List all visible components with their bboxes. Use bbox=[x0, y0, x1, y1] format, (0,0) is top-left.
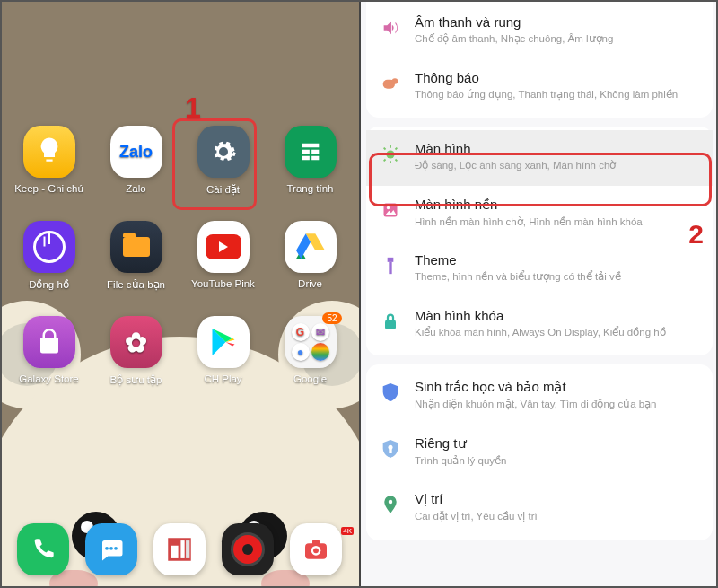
app-label: Zalo bbox=[126, 183, 145, 194]
highlight-box-settings-app bbox=[172, 118, 257, 210]
notification-badge: 52 bbox=[322, 312, 341, 324]
app-google-folder[interactable]: 52 G✉● Google bbox=[272, 316, 349, 386]
flower-icon: ✿ bbox=[110, 316, 162, 368]
app-gallery[interactable]: ✿ Bộ sưu tập bbox=[98, 316, 175, 386]
bag-icon bbox=[23, 316, 75, 368]
app-galaxy-store[interactable]: Galaxy Store bbox=[11, 316, 88, 386]
zalo-icon: Zalo bbox=[110, 126, 162, 178]
app-keep[interactable]: Keep - Ghi chú bbox=[11, 126, 88, 196]
dock: 4K bbox=[0, 523, 359, 575]
app-label: File của bạn bbox=[107, 278, 165, 291]
app-clock[interactable]: Đồng hồ bbox=[11, 221, 88, 291]
dock-camera[interactable] bbox=[290, 523, 342, 575]
app-label: Bộ sưu tập bbox=[110, 373, 162, 386]
app-label: Keep - Ghi chú bbox=[14, 183, 83, 194]
app-youtube[interactable]: YouTube Pink bbox=[185, 221, 262, 291]
app-files[interactable]: File của bạn bbox=[98, 221, 175, 291]
app-label: Drive bbox=[298, 278, 322, 289]
app-play-store[interactable]: CH Play bbox=[185, 316, 262, 386]
step-marker-2: 2 bbox=[688, 219, 704, 250]
svg-rect-6 bbox=[186, 540, 189, 558]
keep-icon bbox=[23, 126, 75, 178]
svg-rect-4 bbox=[171, 546, 179, 558]
highlight-box-display-row bbox=[369, 153, 712, 206]
app-label: YouTube Pink bbox=[191, 278, 255, 289]
svg-rect-10 bbox=[312, 540, 320, 544]
drive-icon bbox=[285, 221, 337, 273]
svg-point-2 bbox=[114, 547, 118, 550]
app-label: Galaxy Store bbox=[19, 373, 78, 384]
folder-icon bbox=[110, 221, 162, 273]
dock-phone[interactable] bbox=[17, 523, 69, 575]
svg-point-1 bbox=[109, 547, 113, 550]
dock-messages[interactable] bbox=[85, 523, 137, 575]
step-marker-1: 1 bbox=[185, 92, 201, 125]
app-label: CH Play bbox=[204, 373, 241, 384]
dock-recorder[interactable]: 4K bbox=[222, 523, 274, 575]
svg-rect-5 bbox=[180, 540, 184, 558]
sheets-icon bbox=[285, 126, 337, 178]
clock-icon bbox=[23, 221, 75, 273]
app-zalo[interactable]: Zalo Zalo bbox=[98, 126, 175, 196]
youtube-icon bbox=[197, 221, 250, 273]
app-sheets[interactable]: Trang tính bbox=[272, 126, 349, 196]
app-drive[interactable]: Drive bbox=[272, 221, 349, 291]
svg-point-9 bbox=[313, 548, 319, 553]
svg-point-0 bbox=[105, 547, 109, 550]
app-label: Trang tính bbox=[287, 183, 334, 194]
app-label: Đồng hồ bbox=[29, 278, 69, 291]
dock-app3[interactable] bbox=[153, 523, 206, 575]
app-label: Google bbox=[293, 373, 327, 384]
play-store-icon bbox=[197, 316, 250, 368]
